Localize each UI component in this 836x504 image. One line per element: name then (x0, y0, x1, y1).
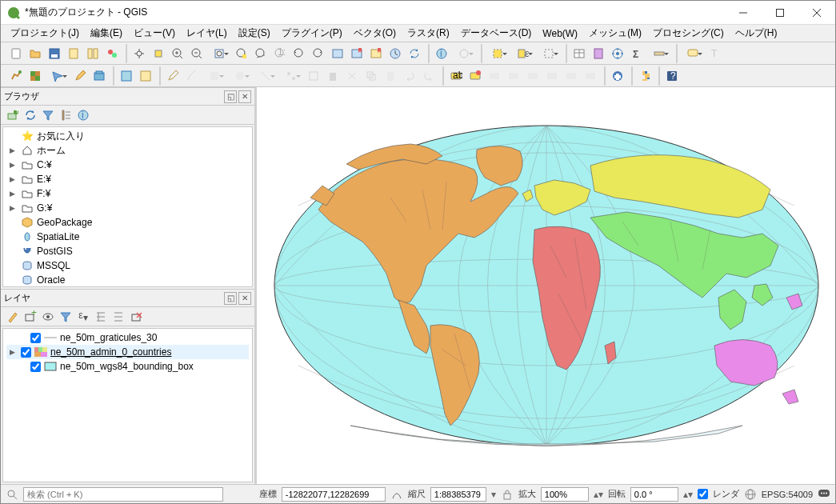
pan-button[interactable] (130, 45, 148, 62)
label-button[interactable]: abc (447, 67, 465, 85)
pan-to-selection-button[interactable] (150, 45, 167, 62)
minimize-button[interactable] (725, 1, 762, 25)
refresh-button[interactable] (406, 45, 423, 62)
tree-postgis[interactable]: PostGIS (6, 244, 249, 258)
layer-visibility-icon[interactable] (41, 310, 55, 324)
search-input[interactable] (23, 487, 223, 502)
tree-drive-e[interactable]: ▶E:¥ (6, 172, 249, 186)
render-checkbox[interactable] (698, 489, 708, 499)
menu-edit[interactable]: 編集(E) (86, 25, 127, 42)
add-group-button[interactable] (90, 67, 108, 85)
redo-button[interactable] (420, 67, 438, 85)
layer-style-icon[interactable] (6, 310, 20, 324)
zoom-selection-button[interactable] (233, 45, 250, 62)
tree-drive-f[interactable]: ▶F:¥ (6, 186, 249, 201)
toggle-editing-button[interactable] (164, 67, 182, 85)
temporal-button[interactable] (386, 45, 404, 62)
vertex-tool-button[interactable] (279, 67, 303, 85)
menu-web[interactable]: Web(W) (538, 26, 582, 41)
highlight-button[interactable] (486, 67, 503, 85)
layer-expand-icon[interactable] (94, 310, 108, 324)
zoom-next-button[interactable] (310, 45, 327, 62)
plugin-manager-button[interactable] (609, 67, 626, 85)
layer-collapse-icon[interactable] (111, 310, 126, 324)
new-project-button[interactable] (7, 45, 25, 62)
cut-button[interactable] (343, 67, 361, 85)
zoom-in-button[interactable] (169, 45, 186, 62)
maximize-button[interactable] (762, 1, 798, 25)
menu-plugins[interactable]: プラグイン(P) (277, 25, 347, 42)
zoom-last-button[interactable] (290, 45, 308, 62)
add-raster-button[interactable] (26, 67, 44, 85)
help-button[interactable]: ? (663, 67, 681, 85)
layers-close-button[interactable]: ✕ (238, 292, 251, 305)
collapse-icon[interactable] (58, 108, 73, 122)
toolbox-button[interactable] (609, 45, 626, 62)
layer-countries[interactable]: ▶ ne_50m_admin_0_countries (6, 345, 249, 359)
layer-checkbox[interactable] (21, 347, 31, 358)
menu-view[interactable]: ビュー(V) (129, 25, 180, 42)
browser-close-button[interactable]: ✕ (238, 90, 251, 103)
new-layout-button[interactable] (65, 45, 82, 62)
edit-button[interactable] (71, 67, 89, 85)
add-wms-button[interactable] (118, 67, 135, 85)
refresh-icon[interactable] (23, 108, 38, 122)
open-project-button[interactable] (26, 45, 44, 62)
scale-input[interactable] (430, 487, 486, 502)
layer-add-group-icon[interactable]: + (23, 310, 38, 324)
action-button[interactable] (452, 45, 476, 62)
pin-label-button[interactable] (505, 67, 522, 85)
save-edits-button[interactable] (183, 67, 201, 85)
epsg-label[interactable]: EPSG:54009 (762, 490, 813, 499)
layer-expression-icon[interactable]: ε▾ (76, 310, 90, 324)
menu-help[interactable]: ヘルプ(H) (730, 25, 782, 42)
menu-project[interactable]: プロジェクト(J) (6, 25, 84, 42)
layer-graticules[interactable]: ne_50m_graticules_30 (6, 330, 249, 345)
tree-mssql[interactable]: MSSQL (6, 258, 249, 273)
save-all-edits-button[interactable] (202, 67, 226, 85)
map-canvas[interactable] (257, 87, 835, 484)
select-features-button[interactable] (486, 45, 510, 62)
zoom-layer-button[interactable] (252, 45, 270, 62)
copy-button[interactable] (362, 67, 380, 85)
browser-undock-button[interactable]: ◱ (224, 90, 237, 103)
add-xyz-button[interactable] (137, 67, 154, 85)
tree-spatialite[interactable]: SpatiaLite (6, 230, 249, 244)
open-table-button[interactable] (570, 45, 588, 62)
rotate-label-button[interactable] (562, 67, 580, 85)
extents-icon[interactable] (390, 488, 403, 501)
layers-tree[interactable]: ne_50m_graticules_30 ▶ ne_50m_admin_0_co… (2, 328, 253, 482)
layout-manager-button[interactable] (84, 45, 102, 62)
zoom-full-button[interactable] (207, 45, 231, 62)
add-vector-button[interactable] (7, 67, 25, 85)
tree-drive-g[interactable]: ▶G:¥ (6, 201, 249, 215)
layer-checkbox[interactable] (30, 362, 41, 372)
annotation-button[interactable]: T (706, 45, 724, 62)
layer-remove-icon[interactable] (129, 310, 143, 324)
new-bookmark-button[interactable] (348, 45, 366, 62)
layer-filter-icon[interactable] (58, 310, 73, 324)
map-tips-button[interactable] (681, 45, 705, 62)
stats-button[interactable]: Σ (628, 45, 646, 62)
zoom-native-button[interactable]: 1:1 (271, 45, 289, 62)
menu-processing[interactable]: プロセシング(C) (648, 25, 729, 42)
save-project-button[interactable] (46, 45, 63, 62)
show-label-button[interactable] (524, 67, 542, 85)
layer-checkbox[interactable] (30, 333, 41, 343)
menu-raster[interactable]: ラスタ(R) (402, 25, 454, 42)
menu-settings[interactable]: 設定(S) (234, 25, 275, 42)
modify-attrs-button[interactable] (305, 67, 322, 85)
move-label-button[interactable] (543, 67, 561, 85)
crs-icon[interactable] (744, 488, 757, 501)
layers-undock-button[interactable]: ◱ (224, 292, 237, 305)
menu-database[interactable]: データベース(D) (456, 25, 537, 42)
identify-button[interactable]: i (433, 45, 450, 62)
tree-oracle[interactable]: Oracle (6, 273, 249, 287)
change-label-button[interactable] (582, 67, 599, 85)
digitize-button[interactable] (254, 67, 278, 85)
add-layer-icon[interactable]: + (6, 108, 20, 122)
measure-button[interactable] (647, 45, 671, 62)
python-console-button[interactable] (636, 67, 654, 85)
menu-mesh[interactable]: メッシュ(M) (584, 25, 646, 42)
properties-icon[interactable]: i (76, 108, 90, 122)
